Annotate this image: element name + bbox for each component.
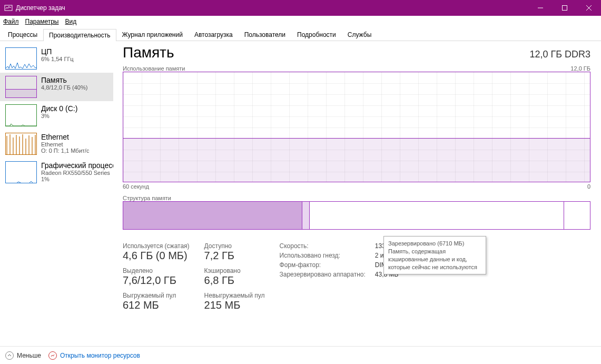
sidebar-item-ethernet[interactable]: Ethernet Ethernet О: 0 П: 1,1 Мбит/с (0, 130, 113, 158)
xaxis-right: 0 (587, 183, 590, 190)
tab-details[interactable]: Подробности (291, 28, 342, 41)
disk-title: Диск 0 (C:) (41, 104, 77, 113)
maximize-button[interactable] (553, 0, 577, 16)
sidebar-item-cpu[interactable]: ЦП 6% 1,54 ГГц (0, 44, 113, 73)
resmon-icon (48, 351, 57, 360)
menu-params[interactable]: Параметры (25, 18, 59, 25)
tab-services[interactable]: Службы (342, 28, 377, 41)
avail-value: 7,2 ГБ (204, 250, 265, 262)
comp-modified (302, 202, 310, 229)
sidebar: ЦП 6% 1,54 ГГц Память 4,8/12,0 ГБ (40%) … (0, 41, 113, 346)
page-title: Память (123, 44, 174, 61)
avail-label: Доступно (204, 242, 265, 250)
open-resmon-link[interactable]: Открыть монитор ресурсов (48, 351, 140, 360)
ethernet-title: Ethernet (41, 133, 89, 141)
ethernet-thumb-icon (5, 133, 37, 155)
chart-label-right: 12,0 ГБ (570, 65, 590, 72)
ethernet-sub1: Ethernet (41, 141, 89, 147)
disk-thumb-icon (5, 104, 37, 126)
close-button[interactable] (577, 0, 601, 16)
menubar: Файл Параметры Вид (0, 16, 601, 27)
titlebar: Диспетчер задач (0, 0, 601, 16)
tab-apphistory[interactable]: Журнал приложений (116, 28, 189, 41)
tabs: Процессы Производительность Журнал прило… (0, 27, 601, 41)
used-label: Используется (сжатая) (123, 242, 190, 250)
memory-thumb-icon (5, 76, 37, 98)
footer: Меньше Открыть монитор ресурсов (0, 346, 601, 364)
used-value: 4,6 ГБ (0 МБ) (123, 250, 190, 262)
tooltip-line2: Память, содержащая кэшированные данные и… (388, 248, 481, 271)
main-panel: Память 12,0 ГБ DDR3 Использование памяти… (113, 41, 601, 346)
memory-usage-chart (123, 72, 590, 182)
struct-label: Структура памяти (123, 195, 171, 201)
tab-processes[interactable]: Процессы (2, 28, 43, 41)
cpu-sub: 6% 1,54 ГГц (41, 56, 74, 62)
nonpaged-label: Невыгружаемый пул (204, 292, 265, 299)
sidebar-item-disk[interactable]: Диск 0 (C:) 3% (0, 101, 113, 130)
menu-file[interactable]: Файл (3, 18, 19, 25)
chart-label-left: Использование памяти (123, 65, 185, 72)
minimize-button[interactable] (528, 0, 553, 16)
chevron-up-icon (5, 351, 14, 360)
stats-block: Используется (сжатая) 4,6 ГБ (0 МБ) Выде… (123, 242, 590, 317)
paged-value: 612 МБ (123, 299, 190, 311)
ethernet-sub2: О: 0 П: 1,1 Мбит/с (41, 147, 89, 154)
comp-standby (310, 202, 564, 229)
tooltip: Зарезервировано (6710 МБ) Память, содерж… (383, 236, 486, 274)
tooltip-line1: Зарезервировано (6710 МБ) (388, 240, 481, 248)
memory-total: 12,0 ГБ DDR3 (529, 49, 590, 60)
disk-sub: 3% (41, 113, 77, 119)
xaxis-left: 60 секунд (123, 183, 149, 190)
cached-value: 6,8 ГБ (204, 274, 265, 287)
paged-label: Выгружаемый пул (123, 292, 190, 299)
speed-k: Скорость: (280, 242, 366, 250)
gpu-thumb-icon (5, 161, 37, 183)
form-k: Форм-фактор: (280, 261, 366, 269)
commit-label: Выделено (123, 267, 190, 274)
hw-k: Зарезервировано аппаратно: (280, 271, 366, 278)
menu-view[interactable]: Вид (65, 18, 76, 25)
svg-rect-2 (563, 6, 567, 11)
gpu-title: Графический процессор (41, 161, 113, 170)
gpu-sub1: Radeon RX550/550 Series (41, 170, 113, 176)
comp-used (123, 202, 302, 229)
tab-users[interactable]: Пользователи (239, 28, 291, 41)
commit-value: 7,6/12,0 ГБ (123, 274, 190, 287)
slots-k: Использовано гнезд: (280, 252, 366, 259)
sidebar-item-gpu[interactable]: Графический процессор Radeon RX550/550 S… (0, 158, 113, 186)
sidebar-item-memory[interactable]: Память 4,8/12,0 ГБ (40%) (0, 73, 113, 101)
memory-composition-chart (123, 201, 590, 230)
nonpaged-value: 215 МБ (204, 299, 265, 311)
cpu-thumb-icon (5, 47, 37, 70)
comp-free (564, 202, 590, 229)
fewer-details-button[interactable]: Меньше (5, 351, 41, 360)
gpu-sub2: 1% (41, 176, 113, 182)
tab-startup[interactable]: Автозагрузка (189, 28, 239, 41)
memory-title: Память (41, 76, 87, 84)
cpu-title: ЦП (41, 47, 74, 56)
memory-sub: 4,8/12,0 ГБ (40%) (41, 84, 87, 91)
tab-performance[interactable]: Производительность (43, 29, 116, 41)
window-title: Диспетчер задач (16, 4, 65, 12)
cached-label: Кэшировано (204, 267, 265, 274)
app-icon (4, 4, 13, 12)
